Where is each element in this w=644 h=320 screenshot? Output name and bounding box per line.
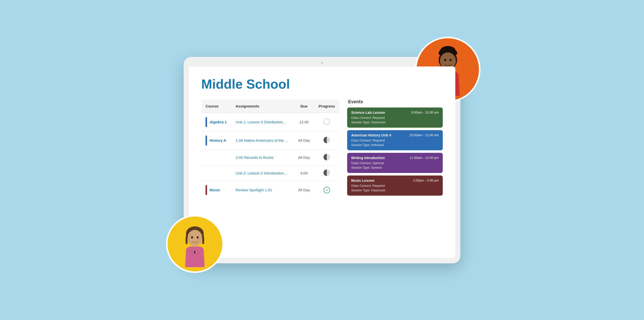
col-header-assignments: Assignments: [232, 99, 294, 113]
svg-point-6: [449, 59, 451, 61]
data-table: Course Assignments Due Progress Algebra …: [201, 99, 340, 199]
table-row: 3.05 Records in RocksAll Day: [202, 150, 340, 165]
event-card[interactable]: Writing Introduction Class Connect: Opti…: [347, 153, 443, 173]
course-cell: History A: [206, 135, 228, 146]
avatar-yellow: [166, 215, 224, 273]
event-card[interactable]: Music Lesson Class Connect: Required Ses…: [347, 175, 443, 196]
course-name: Music: [210, 188, 220, 192]
event-card[interactable]: Science Lab Lesson Class Connect: Requir…: [347, 108, 443, 128]
assignment-link[interactable]: 1.06 Native Americans of the ...: [236, 138, 288, 143]
svg-point-14: [191, 236, 193, 238]
table-row: Algebra 1 Unit 1: Lesson 3 Distributive.…: [202, 113, 340, 131]
svg-point-13: [187, 230, 202, 246]
progress-cell: [314, 113, 339, 131]
table-row: Music Review Spotlight 1.01All Day✓: [202, 181, 340, 199]
event-header: Music Lesson Class Connect: Required Ses…: [351, 179, 439, 193]
assignment-link[interactable]: Review Spotlight 1.01: [236, 188, 272, 192]
event-title: Science Lab Lesson: [351, 111, 385, 115]
page-title: Middle School: [201, 77, 443, 92]
event-title-text: Science Lab Lesson Class Connect: Requir…: [351, 111, 385, 125]
table-row: History A 1.06 Native Americans of the .…: [202, 131, 340, 150]
device-notch: [321, 62, 323, 64]
event-detail2: Session Type: Classroom: [351, 120, 385, 125]
progress-half: [324, 154, 330, 160]
event-title-text: American History Unit 4 Class Connect: R…: [351, 133, 391, 147]
event-detail1: Class Connect: Optional: [351, 161, 385, 165]
events-title: Events: [347, 99, 443, 104]
progress-half: [324, 169, 330, 176]
col-header-due: Due: [294, 99, 314, 113]
event-title-text: Writing Introduction Class Connect: Opti…: [351, 156, 385, 170]
event-detail2: Session Type: General: [351, 165, 385, 170]
event-header: American History Unit 4 Class Connect: R…: [351, 133, 439, 147]
course-name: History A: [210, 138, 226, 143]
progress-empty: [324, 118, 330, 125]
device-frame: Middle School Course Assignments Due Pro…: [184, 57, 460, 263]
event-time: 2:00pm - 3.00 pm: [413, 179, 439, 182]
event-detail1: Class Connect: Required: [351, 184, 385, 188]
due-cell: All Day: [294, 150, 314, 165]
progress-cell: ✓: [314, 181, 339, 199]
event-header: Writing Introduction Class Connect: Opti…: [351, 156, 439, 170]
due-cell: All Day: [294, 131, 314, 150]
event-time: 11:00am - 12.00 pm: [410, 156, 439, 160]
event-detail2: Session Type: Classroom: [351, 188, 385, 193]
col-header-course: Course: [202, 99, 232, 113]
device-screen: Middle School Course Assignments Due Pro…: [189, 66, 455, 258]
events-list: Science Lab Lesson Class Connect: Requir…: [347, 108, 443, 196]
due-cell: 4:00: [294, 165, 314, 181]
due-cell: 12:00: [294, 113, 314, 131]
events-section: Events Science Lab Lesson Class Connect:…: [347, 99, 443, 199]
svg-rect-16: [194, 251, 195, 254]
event-title-text: Music Lesson Class Connect: Required Ses…: [351, 179, 385, 193]
svg-point-5: [444, 59, 446, 61]
event-time: 9:00am - 10.00 am: [411, 111, 439, 114]
event-title: American History Unit 4: [351, 133, 391, 137]
col-header-progress: Progress: [314, 99, 339, 113]
assignment-link[interactable]: Unit 2: Lesson 2 Introduction...: [236, 171, 287, 175]
course-cell: Algebra 1: [206, 117, 228, 127]
progress-half: [324, 137, 330, 143]
event-detail1: Class Connect: Required: [351, 138, 391, 143]
progress-cell: [314, 131, 339, 150]
event-title: Music Lesson: [351, 179, 385, 183]
main-layout: Course Assignments Due Progress Algebra …: [201, 99, 443, 199]
event-time: 10:00am - 11.00 am: [410, 133, 439, 137]
event-card[interactable]: American History Unit 4 Class Connect: R…: [347, 130, 443, 150]
course-indicator: [206, 135, 207, 146]
course-cell: Music: [206, 185, 228, 195]
course-indicator: [206, 185, 207, 195]
assignment-link[interactable]: Unit 1: Lesson 3 Distributive...: [236, 120, 286, 124]
course-indicator: [206, 117, 207, 127]
event-title: Writing Introduction: [351, 156, 385, 160]
progress-cell: [314, 150, 339, 165]
event-header: Science Lab Lesson Class Connect: Requir…: [351, 111, 439, 125]
svg-point-15: [197, 236, 198, 238]
due-cell: All Day: [294, 181, 314, 199]
progress-check: ✓: [324, 187, 330, 193]
event-detail2: Session Type: Individual: [351, 143, 391, 147]
assignment-link[interactable]: 3.05 Records in Rocks: [236, 155, 274, 160]
progress-cell: [314, 165, 339, 181]
event-detail1: Class Connect: Required: [351, 116, 385, 120]
table-row: Unit 2: Lesson 2 Introduction...4:00: [202, 165, 340, 181]
table-section: Course Assignments Due Progress Algebra …: [201, 99, 340, 199]
course-name: Algebra 1: [210, 120, 227, 124]
